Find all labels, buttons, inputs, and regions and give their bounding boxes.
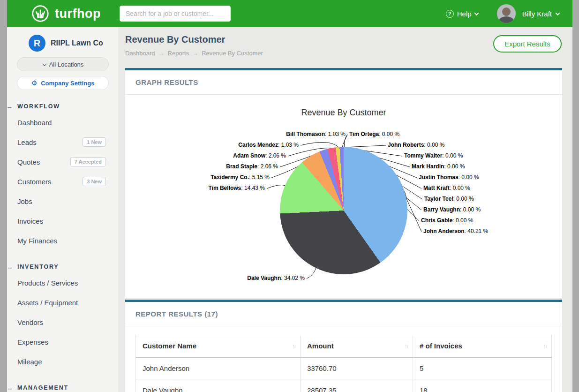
avatar-body — [499, 16, 514, 23]
company-logo: R — [29, 35, 45, 52]
pie-slice-label: Taxidermy Co.: 5.15 % — [211, 174, 270, 181]
sidebar-item-customers[interactable]: Customers3 New — [7, 172, 118, 191]
brand-name: turfhop — [55, 7, 101, 21]
sidebar-item-vendors[interactable]: Vendors — [7, 312, 118, 332]
status-badge: 1 New — [83, 137, 106, 147]
pie-slice-label: Tommy Walter: 0.00 % — [404, 152, 463, 159]
table-row[interactable]: John Anderson33760.705 — [136, 357, 552, 379]
company-name: RIIPL Lawn Co — [51, 39, 103, 47]
sidebar-item-label: Customers — [17, 178, 52, 186]
column-header-customer-name[interactable]: Customer Name↑↓ — [136, 335, 301, 357]
sidebar-item-dashboard[interactable]: Dashboard — [7, 113, 118, 132]
sidebar-item-label: Jobs — [17, 197, 32, 205]
sidebar-item-label: Products / Services — [17, 279, 78, 287]
pie-slice-label: Chris Gable: 0.00 % — [421, 217, 473, 224]
sidebar-nav: ---WORKFLOWDashboardLeads1 NewQuotes7 Ac… — [7, 100, 118, 392]
table-cell: 33760.70 — [301, 357, 413, 379]
sidebar-item-products-services[interactable]: Products / Services — [7, 273, 118, 293]
chevron-down-icon — [556, 11, 560, 15]
breadcrumb-separator-icon: → — [158, 50, 165, 57]
sidebar-section-title: ---WORKFLOW — [7, 100, 118, 113]
breadcrumb-separator-icon: → — [192, 50, 198, 57]
graph-results-title: GRAPH RESULTS — [125, 70, 562, 95]
sidebar-item-label: Quotes — [17, 158, 40, 166]
graph-results-card: GRAPH RESULTS Revenue By Customer Bill T… — [125, 68, 562, 298]
sidebar-item-label: Vendors — [17, 318, 43, 326]
help-menu[interactable]: ? Help — [446, 10, 478, 18]
pie-slice-label: Brad Staple: 2.06 % — [226, 163, 278, 170]
sort-icon[interactable]: ↑↓ — [292, 343, 295, 348]
sidebar-item-jobs[interactable]: Jobs — [7, 191, 118, 211]
help-label: Help — [457, 10, 472, 18]
gear-icon: ⚙ — [31, 79, 38, 87]
top-header: turfhop ? Help Billy Kraft — [7, 0, 572, 27]
sidebar-item-mileage[interactable]: Mileage — [7, 352, 118, 371]
breadcrumb-item[interactable]: Reports — [168, 50, 189, 57]
sidebar-item-label: Assets / Equipment — [17, 299, 78, 307]
left-scrollbar[interactable] — [0, 0, 7, 392]
report-results-card: REPORT RESULTS (17) Customer Name↑↓Amoun… — [125, 300, 562, 392]
pie-slice-label: Matt Kraft: 0.00 % — [423, 185, 470, 191]
export-results-button[interactable]: Export Results — [493, 35, 562, 53]
pie-slice-label: Dale Vaughn: 34.02 % — [247, 275, 305, 281]
turfhop-grass-icon — [30, 4, 50, 23]
sort-icon[interactable]: ↑↓ — [543, 343, 547, 348]
breadcrumb-item[interactable]: Dashboard — [125, 50, 155, 57]
sort-icon[interactable]: ↑↓ — [405, 343, 408, 348]
section-dash-icon: --- — [8, 104, 11, 110]
sidebar-item-label: Expenses — [17, 338, 48, 346]
sidebar-item-label: Leads — [17, 138, 37, 146]
chart-title: Revenue By Customer — [125, 108, 562, 118]
table-cell: John Anderson — [136, 357, 301, 379]
pie-slice-label: Adam Snow: 2.06 % — [233, 152, 286, 159]
table-cell: Dale Vaughn — [136, 379, 301, 392]
search-input[interactable] — [120, 6, 231, 22]
column-header-amount[interactable]: Amount↑↓ — [301, 335, 413, 357]
sidebar-item-label: Dashboard — [17, 119, 52, 127]
company-settings-button[interactable]: ⚙ Company Settings — [17, 76, 109, 90]
pie-slice-label: Taylor Teel: 0.00 % — [424, 196, 474, 202]
sidebar-item-leads[interactable]: Leads1 New — [7, 132, 118, 152]
sidebar-section-title: ---MANAGEMENT — [7, 382, 118, 392]
sidebar-item-label: Mileage — [17, 358, 42, 366]
brand-logo[interactable]: turfhop — [30, 4, 101, 23]
breadcrumb-item[interactable]: Revenue By Customer — [202, 50, 263, 57]
pie-slice-label: Carlos Mendez: 1.03 % — [238, 142, 299, 148]
table-cell: 18 — [413, 379, 552, 392]
chevron-down-icon — [474, 11, 479, 15]
report-table-wrap: Customer Name↑↓Amount↑↓# of Invoices↑↓ J… — [125, 326, 562, 392]
page-header: Revenue By Customer Dashboard→Reports→Re… — [125, 27, 562, 68]
pie-slice-label: John Roberts: 0.00 % — [388, 142, 444, 148]
avatar[interactable] — [497, 4, 516, 23]
user-name: Billy Kraft — [522, 10, 552, 18]
sidebar-item-invoices[interactable]: Invoices — [7, 211, 118, 231]
sidebar-item-quotes[interactable]: Quotes7 Accepted — [7, 152, 118, 172]
column-header--of-invoices[interactable]: # of Invoices↑↓ — [413, 335, 552, 357]
help-icon: ? — [446, 10, 454, 18]
main-content: Revenue By Customer Dashboard→Reports→Re… — [118, 27, 572, 392]
all-locations-dropdown[interactable]: All Locations — [17, 57, 109, 71]
sidebar-item-label: My Finances — [17, 237, 57, 245]
table-row[interactable]: Dale Vaughn28507.3518 — [136, 379, 552, 392]
company-row: R RIIPL Lawn Co — [7, 27, 118, 57]
pie-slice-label: Tim Ortega: 0.00 % — [349, 131, 399, 137]
table-cell: 28507.35 — [301, 379, 413, 392]
company-settings-label: Company Settings — [41, 80, 94, 87]
sidebar-item-my-finances[interactable]: My Finances — [7, 231, 118, 250]
pie[interactable] — [280, 147, 407, 274]
user-menu[interactable]: Billy Kraft — [522, 10, 559, 18]
pie-slice-label: Bill Thomason: 1.03 % — [286, 131, 346, 137]
table-cell: 5 — [413, 357, 552, 379]
sidebar-item-expenses[interactable]: Expenses — [7, 332, 118, 352]
sidebar-section: ---MANAGEMENT — [7, 382, 118, 392]
pie-slice-label: Barry Vaughn: 0.00 % — [423, 206, 481, 213]
sidebar-item-assets-equipment[interactable]: Assets / Equipment — [7, 293, 118, 312]
report-results-title: REPORT RESULTS (17) — [125, 302, 562, 326]
sidebar-section-title: ---INVENTORY — [7, 261, 118, 273]
right-scrollbar[interactable] — [572, 0, 579, 392]
sidebar-section: ---INVENTORYProducts / ServicesAssets / … — [7, 261, 118, 371]
header-right: ? Help Billy Kraft — [446, 4, 559, 23]
avatar-head — [502, 8, 511, 16]
sidebar-item-label: Invoices — [17, 217, 43, 225]
status-badge: 7 Accepted — [70, 157, 106, 166]
